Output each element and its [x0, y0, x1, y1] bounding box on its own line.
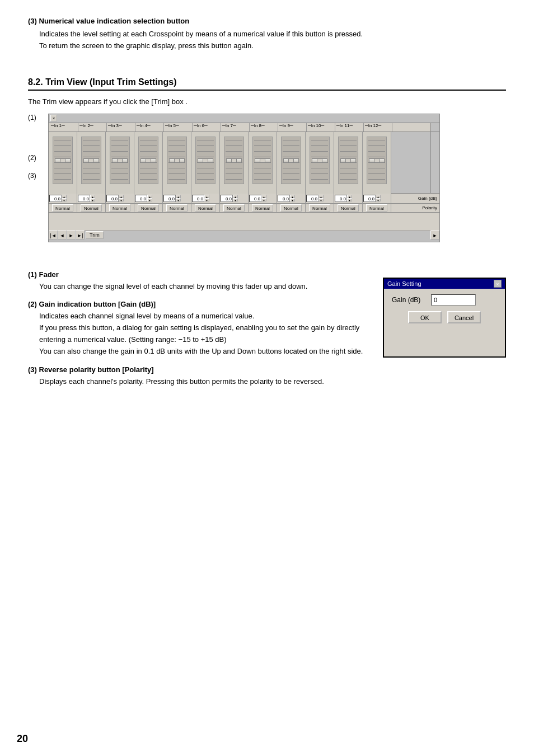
gain-value-1[interactable]: 0.0	[49, 195, 62, 202]
gain-dialog-ok-btn[interactable]: OK	[408, 311, 442, 323]
gain-down-7[interactable]: ▼	[233, 198, 238, 201]
gain-cell-6: 0.0▲▼	[191, 193, 220, 203]
fader-handle-7[interactable]	[226, 158, 242, 163]
polarity-btn-2[interactable]: Normal	[81, 204, 102, 212]
polarity-btn-3[interactable]: Normal	[109, 204, 130, 212]
gain-down-6[interactable]: ▼	[204, 198, 209, 201]
polarity-body: Displays each channel's polarity. Pressi…	[39, 376, 506, 388]
gain-value-10[interactable]: 0.0	[306, 195, 318, 202]
channel-header-10: ─In 10─	[307, 123, 335, 132]
nav-btn-first[interactable]: |◄	[49, 231, 58, 240]
scroll-right-btn[interactable]: ►	[430, 231, 439, 240]
polarity-btn-8[interactable]: Normal	[252, 204, 273, 212]
gain-value-8[interactable]: 0.0	[249, 195, 261, 202]
fader-handle-3[interactable]	[112, 158, 128, 163]
gain-body-line1: Indicates each channel signal level by m…	[39, 311, 372, 322]
nav-btn-prev[interactable]: ◄	[58, 231, 67, 240]
gain-down-4[interactable]: ▼	[147, 198, 152, 201]
gain-down-11[interactable]: ▼	[347, 198, 352, 201]
gain-title: (2) Gain indication button [Gain (dB)]	[28, 300, 372, 308]
polarity-btn-9[interactable]: Normal	[280, 204, 302, 212]
gain-value-7[interactable]: 0.0	[221, 195, 233, 202]
channel-header-4: ─In 4─	[135, 123, 164, 132]
fader-handle-4[interactable]	[140, 158, 156, 163]
gain-cell-8: 0.0▲▼	[249, 193, 277, 203]
polarity-cell-6: Normal	[191, 203, 220, 212]
polarity-cell-5: Normal	[163, 203, 191, 212]
trim-view-screenshot: × ─In 1──In 2──In 3──In 4──In 5──In 6──I…	[48, 114, 440, 242]
gain-cell-2: 0.0▲▼	[77, 193, 106, 203]
fader-handle-6[interactable]	[198, 158, 213, 163]
fader-strip-8	[249, 132, 277, 194]
nav-btn-last[interactable]: ►|	[76, 231, 85, 240]
gain-db-label: Gain (dB)	[416, 196, 439, 201]
gain-setting-dialog: Gain Setting × Gain (dB) OK Cancel	[383, 278, 506, 357]
gain-dialog-input-row: Gain (dB)	[392, 294, 497, 306]
annotation-label-2: (2)	[28, 154, 44, 162]
gain-down-3[interactable]: ▼	[119, 198, 124, 201]
tab-trim[interactable]: Trim	[86, 231, 104, 239]
close-icon[interactable]: ×	[50, 115, 57, 121]
gain-down-10[interactable]: ▼	[318, 198, 324, 201]
fader-handle-10[interactable]	[312, 158, 327, 163]
polarity-btn-10[interactable]: Normal	[309, 204, 330, 212]
channel-header-8: ─In 8─	[250, 123, 278, 132]
gain-value-2[interactable]: 0.0	[78, 195, 90, 202]
polarity-cell-9: Normal	[277, 203, 306, 212]
polarity-btn-4[interactable]: Normal	[138, 204, 159, 212]
gain-down-2[interactable]: ▼	[90, 198, 95, 201]
gain-value-9[interactable]: 0.0	[278, 195, 290, 202]
polarity-btn-11[interactable]: Normal	[338, 204, 359, 212]
channel-header-5: ─In 5─	[164, 123, 193, 132]
section-3-body1: Indicates the level setting at each Cros…	[39, 29, 506, 40]
gain-dialog-close-btn[interactable]: ×	[494, 280, 502, 288]
gain-cell-5: 0.0▲▼	[163, 193, 191, 203]
polarity-cell-3: Normal	[106, 203, 134, 212]
gain-body-line2: If you press this button, a dialog for g…	[39, 322, 372, 346]
nav-btn-next[interactable]: ►	[67, 231, 76, 240]
gain-body-line3: You can also change the gain in 0.1 dB u…	[39, 346, 372, 358]
fader-handle-12[interactable]	[369, 158, 385, 163]
gain-down-1[interactable]: ▼	[62, 198, 67, 201]
gain-dialog-title: Gain Setting	[387, 280, 421, 287]
gain-cell-9: 0.0▲▼	[277, 193, 306, 203]
fader-handle-8[interactable]	[255, 158, 270, 163]
gain-down-8[interactable]: ▼	[261, 198, 266, 201]
gain-value-6[interactable]: 0.0	[192, 195, 204, 202]
gain-value-12[interactable]: 0.0	[363, 195, 376, 202]
gain-section-wrapper: (2) Gain indication button [Gain (dB)] I…	[28, 300, 506, 357]
fader-strip-3	[106, 132, 134, 194]
polarity-label: Polarity	[420, 205, 439, 210]
gain-cell-11: 0.0▲▼	[334, 193, 363, 203]
polarity-btn-1[interactable]: Normal	[52, 204, 73, 212]
fader-handle-1[interactable]	[55, 158, 71, 163]
gain-down-5[interactable]: ▼	[176, 198, 181, 201]
fader-strip-1	[49, 132, 77, 194]
gain-dialog-cancel-btn[interactable]: Cancel	[447, 311, 481, 323]
annotation-label-1: (1)	[28, 114, 44, 121]
gain-dialog-input[interactable]	[431, 294, 476, 306]
fader-strip-2	[77, 132, 106, 194]
gain-value-4[interactable]: 0.0	[135, 195, 147, 202]
fader-handle-2[interactable]	[83, 158, 99, 163]
gain-value-5[interactable]: 0.0	[163, 195, 176, 202]
gain-down-12[interactable]: ▼	[376, 198, 381, 201]
polarity-title: (3) Reverse polarity button [Polarity]	[28, 365, 506, 374]
polarity-btn-5[interactable]: Normal	[166, 204, 188, 212]
polarity-btn-6[interactable]: Normal	[195, 204, 216, 212]
polarity-btn-7[interactable]: Normal	[223, 204, 245, 212]
gain-value-11[interactable]: 0.0	[335, 195, 347, 202]
fader-handle-5[interactable]	[169, 158, 185, 163]
gain-down-9[interactable]: ▼	[290, 198, 295, 201]
section-gain: (2) Gain indication button [Gain (dB)] I…	[28, 300, 372, 357]
polarity-btn-12[interactable]: Normal	[366, 204, 387, 212]
channel-header-9: ─In 9─	[278, 123, 307, 132]
gain-cell-3: 0.0▲▼	[106, 193, 134, 203]
fader-handle-11[interactable]	[340, 158, 356, 163]
gain-cell-10: 0.0▲▼	[306, 193, 334, 203]
fader-handle-9[interactable]	[283, 158, 299, 163]
polarity-cell-1: Normal	[49, 203, 77, 212]
section-82: 8.2. Trim View (Input Trim Settings) The…	[28, 77, 506, 259]
gain-value-3[interactable]: 0.0	[106, 195, 119, 202]
polarity-cell-2: Normal	[77, 203, 106, 212]
